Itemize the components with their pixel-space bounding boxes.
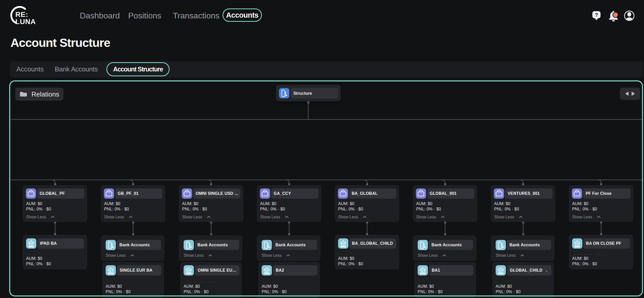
svg-text:?: ? (595, 12, 598, 18)
